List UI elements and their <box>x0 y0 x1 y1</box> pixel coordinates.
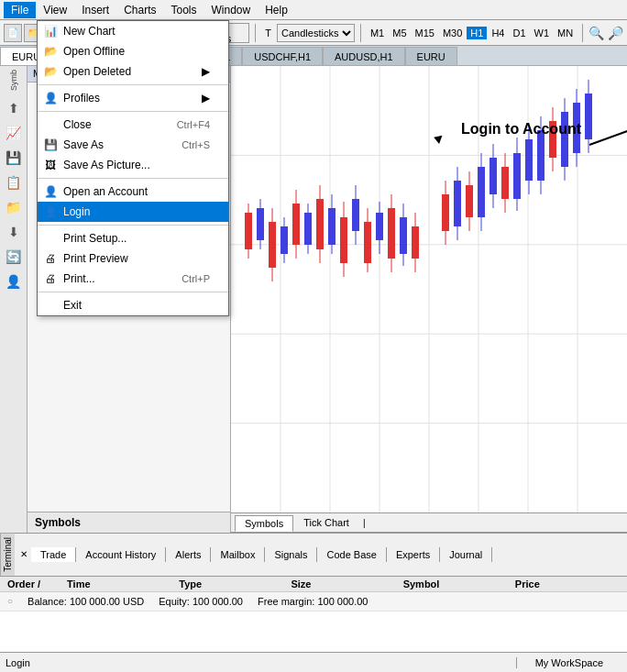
nav-icon-6[interactable]: ⬇ <box>3 221 25 243</box>
terminal-close-btn[interactable]: ✕ <box>16 549 31 559</box>
equity-text: Equity: 100 000.00 <box>159 596 243 607</box>
chart-tab-usdchf[interactable]: USDCHF,H1 <box>242 47 323 65</box>
toolbar-sep-5 <box>582 24 583 42</box>
app-window: File View Insert Charts Tools Window Hel… <box>0 0 627 672</box>
tf-m15[interactable]: M15 <box>412 27 438 39</box>
menu-file[interactable]: File <box>4 2 36 18</box>
col-time: Time <box>63 578 175 589</box>
menu-profiles[interactable]: 👤 Profiles ▶ <box>38 88 228 108</box>
tf-mn[interactable]: MN <box>554 27 577 39</box>
save-as-icon: 💾 <box>43 138 58 152</box>
tf-m1[interactable]: M1 <box>367 27 388 39</box>
balance-row: ○ Balance: 100 000.00 USD Equity: 100 00… <box>0 592 627 611</box>
menu-charts[interactable]: Charts <box>116 2 163 18</box>
menu-window[interactable]: Window <box>204 2 258 18</box>
menu-insert[interactable]: Insert <box>74 2 116 18</box>
tab-symbols[interactable]: Symbols <box>235 515 293 532</box>
menu-tools[interactable]: Tools <box>164 2 204 18</box>
menu-login[interactable]: 👤 Login <box>38 202 228 222</box>
terminal-header: Terminal ✕ Trade Account History Alerts … <box>0 534 627 577</box>
nav-icon-8[interactable]: 👤 <box>3 270 25 292</box>
nav-icon-5[interactable]: 📁 <box>3 196 25 218</box>
col-order: Order / <box>4 578 63 589</box>
terminal-label[interactable]: Terminal <box>0 534 15 576</box>
sep-1 <box>38 84 228 85</box>
open-deleted-icon: 📂 <box>43 64 58 79</box>
terminal-content: Order / Time Type Size Symbol Price ○ Ba… <box>0 577 627 652</box>
open-deleted-arrow: ▶ <box>202 65 210 78</box>
terminal-tab-codebase[interactable]: Code Base <box>317 547 386 562</box>
terminal-tab-alerts[interactable]: Alerts <box>166 547 211 562</box>
chart-tab-audusd[interactable]: AUDUSD,H1 <box>323 47 405 65</box>
status-workspace: My WorkSpace <box>516 657 622 668</box>
tf-h4[interactable]: H4 <box>488 27 508 39</box>
menu-view[interactable]: View <box>36 2 74 18</box>
save-pic-icon: 🖼 <box>43 158 58 172</box>
menu-print-setup[interactable]: Print Setup... <box>38 228 228 248</box>
status-login: Login <box>6 657 516 668</box>
col-size: Size <box>287 578 399 589</box>
chart-tab-euru[interactable]: EURU <box>405 47 457 65</box>
sep-2 <box>38 111 228 112</box>
col-type: Type <box>175 578 287 589</box>
zoom-in-icon[interactable]: 🔍 <box>588 26 604 40</box>
tab-tick-chart[interactable]: Tick Chart <box>293 514 359 531</box>
profiles-icon: 👤 <box>43 91 58 105</box>
profiles-section: Symbols <box>28 512 230 533</box>
account-icon: 👤 <box>43 184 58 199</box>
menu-save-as[interactable]: 💾 Save As Ctrl+S <box>38 135 228 155</box>
chart-type-select[interactable]: Candlesticks <box>277 24 355 42</box>
sep-5 <box>38 292 228 292</box>
tf-m30[interactable]: M30 <box>439 27 466 39</box>
menu-bar: File View Insert Charts Tools Window Hel… <box>0 0 627 20</box>
balance-indicator: ○ <box>7 596 13 607</box>
nav-icon-2[interactable]: 📈 <box>3 122 25 144</box>
nav-icon-1[interactable]: ⬆ <box>3 97 25 119</box>
tf-h1[interactable]: H1 <box>467 27 487 39</box>
toolbar-icon-1[interactable]: 📄 <box>4 24 22 42</box>
terminal-area: Terminal ✕ Trade Account History Alerts … <box>0 533 627 652</box>
menu-open-deleted[interactable]: 📂 Open Deleted ▶ <box>38 61 228 82</box>
terminal-tab-account-history[interactable]: Account History <box>76 547 166 562</box>
toolbar-sep-4 <box>360 24 361 42</box>
free-margin-text: Free margin: 100 000.00 <box>258 596 368 607</box>
tab-separator: | <box>363 518 366 528</box>
terminal-columns: Order / Time Type Size Symbol Price <box>0 577 627 592</box>
sep-3 <box>38 178 228 179</box>
status-bar: Login My WorkSpace <box>0 652 627 672</box>
menu-print[interactable]: 🖨 Print... Ctrl+P <box>38 269 228 289</box>
chart-type-icon: T <box>265 28 271 39</box>
nav-icon-4[interactable]: 📋 <box>3 171 25 193</box>
tf-w1[interactable]: W1 <box>531 27 554 39</box>
bottom-tab-bar: Symbols Tick Chart | <box>231 512 627 533</box>
menu-print-preview[interactable]: 🖨 Print Preview <box>38 248 228 269</box>
balance-text: Balance: 100 000.00 USD <box>28 596 144 607</box>
sep-4 <box>38 225 228 226</box>
terminal-tab-mailbox[interactable]: Mailbox <box>211 547 265 562</box>
annotation-text: Login to Account <box>461 121 581 137</box>
nav-icon-7[interactable]: 🔄 <box>3 246 25 268</box>
menu-save-as-picture[interactable]: 🖼 Save As Picture... <box>38 155 228 175</box>
print-icon: 🖨 <box>43 271 58 286</box>
nav-icon-3[interactable]: 💾 <box>3 147 25 169</box>
annotation-container: Login to Account <box>461 121 581 138</box>
menu-new-chart[interactable]: 📊 New Chart <box>38 21 228 41</box>
terminal-tab-experts[interactable]: Experts <box>387 547 440 562</box>
timeframe-bar: M1 M5 M15 M30 H1 H4 D1 W1 MN <box>367 27 577 39</box>
menu-open-offline[interactable]: 📂 Open Offline <box>38 41 228 61</box>
close-icon <box>43 117 58 132</box>
menu-exit[interactable]: Exit <box>38 295 228 315</box>
menu-close[interactable]: Close Ctrl+F4 <box>38 115 228 135</box>
zoom-out-icon[interactable]: 🔎 <box>608 26 623 40</box>
tf-m5[interactable]: M5 <box>389 27 410 39</box>
market-watch-label: Symb <box>9 70 18 91</box>
tf-d1[interactable]: D1 <box>509 27 529 39</box>
new-chart-icon: 📊 <box>43 24 58 39</box>
menu-help[interactable]: Help <box>258 2 295 18</box>
terminal-tab-journal[interactable]: Journal <box>440 547 492 562</box>
menu-open-account[interactable]: 👤 Open an Account <box>38 182 228 202</box>
terminal-tab-trade[interactable]: Trade <box>31 547 76 562</box>
exit-icon <box>43 298 58 313</box>
col-price: Price <box>512 578 623 589</box>
terminal-tab-signals[interactable]: Signals <box>265 547 317 562</box>
